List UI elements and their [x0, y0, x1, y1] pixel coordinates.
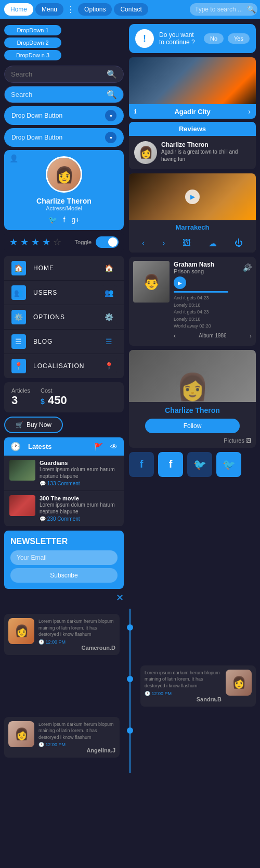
buy-now-button[interactable]: 🛒 Buy Now [4, 417, 63, 433]
media-controls: ‹ › 🖼 ☁ ⏻ [129, 234, 256, 253]
prev-icon[interactable]: ‹ [142, 238, 145, 248]
city-arrow-icon[interactable]: › [248, 107, 251, 116]
city-label: ℹ Agadir City › [129, 104, 256, 119]
users-icon-right: 👥 [102, 285, 116, 300]
timeline-content-2: Lorem ipsum darkum herum blopum maining … [145, 670, 222, 702]
album-prev-icon[interactable]: ‹ [174, 332, 176, 339]
twitter-icon[interactable]: 🐦 [48, 216, 57, 224]
articles-count: 3 [11, 394, 30, 407]
latests-info-2: 300 The movie Lorem ipsum dolum erum har… [40, 495, 119, 522]
search-input-1[interactable] [11, 70, 107, 78]
facebook-dark-icon[interactable]: f [129, 452, 154, 477]
search-box-2: 🔍 [4, 86, 124, 103]
menu-item-users[interactable]: 👥 USERS 👥 [4, 281, 124, 305]
newsletter-title: NEWSLETTER [10, 537, 118, 546]
profile-right-card: 👩 Charlize Theron Follow Pictures 🖼 [129, 350, 256, 448]
blog-icon: ☰ [11, 334, 26, 349]
menu-item-options[interactable]: ⚙️ OPTIONS ⚙️ [4, 305, 124, 330]
music-progress-bar[interactable] [174, 291, 228, 293]
facebook-light-icon[interactable]: f [158, 452, 183, 477]
pill-1[interactable]: DropDown 1 [4, 25, 61, 35]
facebook-icon[interactable]: f [63, 216, 66, 224]
eye-icon[interactable]: 👁 [110, 443, 118, 451]
menu-label-localisation: LOCALISATION [33, 362, 84, 370]
search-icon-1: 🔍 [107, 69, 117, 79]
item-desc-2: Lorem ipsum dolum erum harum neptune bla… [40, 501, 119, 515]
pill-2[interactable]: DropDown 2 [4, 37, 61, 48]
review-item: 👩 Charlize Theron Agadir is a great town… [129, 136, 256, 169]
music-artist: Graham Nash Prison song [174, 261, 214, 274]
timeline-dot-2 [127, 676, 133, 682]
city-name: Agadir City [174, 108, 210, 116]
newsletter-email-input[interactable] [10, 550, 118, 565]
music-info: Graham Nash Prison song 🔊 ▶ And it gets … [174, 261, 252, 342]
reviews-header: Reviews [129, 122, 256, 136]
gallery-icon[interactable]: 🖼 [183, 238, 191, 248]
menu-label-options: OPTIONS [33, 313, 65, 321]
menu-label-users: USERS [33, 289, 57, 296]
item-desc-1: Lorem ipsum dolum erum harum neptune bla… [40, 466, 119, 480]
nav-options-button[interactable]: Options [78, 3, 112, 16]
toggle-switch[interactable] [96, 236, 119, 248]
reviewer-name: Charlize Theron [161, 141, 251, 148]
star-1[interactable]: ★ [9, 237, 18, 247]
nav-contact-button[interactable]: Contact [114, 3, 148, 16]
dialog-no-button[interactable]: No [204, 33, 224, 44]
latests-item-2[interactable]: 300 The movie Lorem ipsum dolum erum har… [4, 491, 124, 526]
dropdown-button-2[interactable]: Drop Down Button ▾ [4, 128, 124, 147]
angelina-avatar: 👩 [8, 721, 34, 747]
play-icon[interactable]: ▶ [185, 190, 200, 204]
clock-icon: 🕐 [10, 442, 21, 451]
flag-icon[interactable]: 🚩 [94, 443, 103, 451]
localisation-icon-right: 📍 [102, 359, 116, 373]
menu-item-localisation[interactable]: 📍 LOCALISATION 📍 [4, 354, 124, 378]
album-next-icon[interactable]: › [250, 332, 252, 339]
articles-cost: Articles 3 Cost $ 450 [4, 382, 124, 412]
profile-social: 🐦 f g+ [10, 216, 118, 224]
dropdown-button-1[interactable]: Drop Down Button ▾ [4, 106, 124, 125]
cost-block: Cost $ 450 [41, 387, 67, 407]
latests-item-1[interactable]: Guardians Lorem ipsum dolum erum harum n… [4, 456, 124, 491]
profile-card: 👤 👩 Charlize Theron Actress/Model 🐦 f g+ [4, 150, 124, 230]
gplus-icon[interactable]: g+ [71, 216, 80, 224]
profile-right-photo: 👩 [129, 350, 256, 402]
sandra-avatar: 👩 [226, 670, 252, 696]
follow-button[interactable]: Follow [145, 419, 240, 433]
twitter-light-icon[interactable]: 🐦 [216, 452, 241, 477]
power-icon[interactable]: ⏻ [235, 238, 243, 248]
twitter-dark-icon[interactable]: 🐦 [187, 452, 212, 477]
profile-right-body: Charlize Theron Follow Pictures 🖼 [129, 402, 256, 448]
review-content: Charlize Theron Agadir is a great town t… [161, 141, 251, 163]
menu-item-blog[interactable]: ☰ BLOG ☰ [4, 330, 124, 354]
next-icon[interactable]: › [162, 238, 165, 248]
user-icon: 👤 [9, 154, 18, 162]
menu-item-home[interactable]: 🏠 HOME 🏠 [4, 256, 124, 281]
guardians-thumb [9, 460, 35, 481]
reviewer-avatar: 👩 [134, 141, 157, 164]
newsletter-close-icon[interactable]: ✕ [4, 592, 124, 603]
nav-home-button[interactable]: Home [4, 3, 33, 16]
volume-icon[interactable]: 🔊 [243, 263, 252, 272]
dialog-yes-button[interactable]: Yes [228, 33, 250, 44]
nav-menu-button[interactable]: Menu [35, 3, 63, 16]
timeline-card-2: Lorem ipsum darkum herum blopum maining … [140, 665, 256, 707]
reviews-section: Reviews 👩 Charlize Theron Agadir is a gr… [129, 122, 256, 169]
music-play-button[interactable]: ▶ [174, 276, 186, 289]
star-3[interactable]: ★ [31, 237, 40, 247]
star-5[interactable]: ☆ [53, 237, 61, 247]
pill-3[interactable]: DropDow n 3 [4, 50, 61, 60]
search-input-2[interactable] [11, 91, 107, 98]
profile-right-name: Charlize Theron [133, 406, 252, 414]
album-name: Album 1986 [199, 333, 226, 338]
dropdown-pills: DropDown 1 DropDown 2 DropDow n 3 [4, 24, 124, 61]
star-rating[interactable]: ★ ★ ★ ★ ☆ [9, 236, 61, 248]
articles-block: Articles 3 [11, 387, 30, 407]
subscribe-button[interactable]: Subscribe [10, 568, 118, 583]
timeline-item-2: Lorem ipsum darkum herum blopum maining … [4, 665, 256, 707]
item-title-2: 300 The movie [40, 495, 119, 501]
star-2[interactable]: ★ [20, 237, 29, 247]
star-4[interactable]: ★ [42, 237, 50, 247]
avatar-image: 👩 [47, 158, 81, 191]
cloud-icon[interactable]: ☁ [209, 238, 217, 248]
nav-dots-icon[interactable]: ⋮ [67, 5, 75, 15]
